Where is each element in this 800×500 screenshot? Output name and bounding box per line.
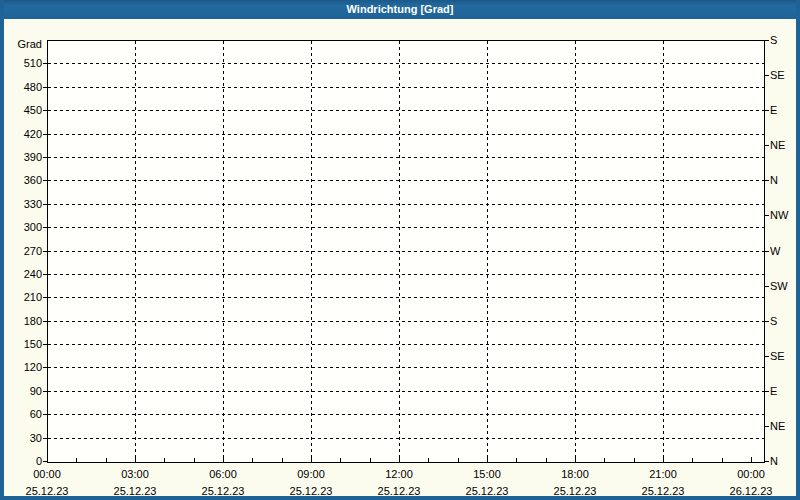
- x-major-tick: [751, 457, 752, 462]
- x-tick-date-label: 25.12.23: [17, 485, 77, 497]
- y-right-tick-label: E: [770, 104, 777, 116]
- x-minor-tick: [252, 458, 253, 462]
- y-left-tick-label: 360: [8, 174, 42, 186]
- y-left-tick-label: 510: [8, 57, 42, 69]
- x-major-tick: [399, 457, 400, 462]
- v-gridline: [135, 41, 136, 462]
- h-gridline: [48, 438, 764, 439]
- x-minor-tick: [106, 458, 107, 462]
- y-right-tick-label: NE: [770, 139, 785, 151]
- y-left-tick-label: 270: [8, 245, 42, 257]
- x-minor-tick: [458, 458, 459, 462]
- y-right-tick-label: S: [770, 315, 777, 327]
- x-tick-date-label: 25.12.23: [193, 485, 253, 497]
- h-gridline: [48, 297, 764, 298]
- x-tick-date-label: 26.12.23: [721, 485, 781, 497]
- x-major-tick: [135, 457, 136, 462]
- y-left-tick: [43, 274, 47, 275]
- y-left-tick-label: 330: [8, 198, 42, 210]
- x-tick-date-label: 25.12.23: [281, 485, 341, 497]
- x-tick-time-label: 18:00: [545, 468, 605, 480]
- y-left-tick-label: 300: [8, 221, 42, 233]
- chart-window: Windrichtung [Grad] 03060901201501802102…: [0, 0, 800, 500]
- y-left-tick-label: 150: [8, 338, 42, 350]
- x-minor-tick: [164, 458, 165, 462]
- title-bar: Windrichtung [Grad]: [0, 0, 800, 19]
- x-minor-tick: [604, 458, 605, 462]
- x-minor-tick: [634, 458, 635, 462]
- y-left-tick: [43, 134, 47, 135]
- x-tick-time-label: 03:00: [105, 468, 165, 480]
- y-right-tick-label: SW: [770, 280, 788, 292]
- h-gridline: [48, 391, 764, 392]
- h-gridline: [48, 274, 764, 275]
- y-left-tick: [43, 438, 47, 439]
- y-right-tick: [765, 286, 769, 287]
- y-left-tick: [43, 110, 47, 111]
- x-tick-time-label: 00:00: [17, 468, 77, 480]
- y-right-tick-label: N: [770, 174, 778, 186]
- x-major-tick: [311, 457, 312, 462]
- x-tick-date-label: 25.12.23: [105, 485, 165, 497]
- v-gridline: [487, 41, 488, 462]
- y-right-tick: [765, 461, 769, 462]
- y-left-tick: [43, 157, 47, 158]
- x-tick-date-label: 25.12.23: [633, 485, 693, 497]
- y-left-tick: [43, 87, 47, 88]
- h-gridline: [48, 204, 764, 205]
- x-tick-time-label: 06:00: [193, 468, 253, 480]
- x-minor-tick: [546, 458, 547, 462]
- y-left-tick: [43, 321, 47, 322]
- x-minor-tick: [516, 458, 517, 462]
- x-major-tick: [223, 457, 224, 462]
- h-gridline: [48, 180, 764, 181]
- y-right-tick: [765, 426, 769, 427]
- x-minor-tick: [722, 458, 723, 462]
- x-tick-time-label: 00:00: [721, 468, 781, 480]
- y-right-tick: [765, 356, 769, 357]
- v-gridline: [311, 41, 312, 462]
- y-right-tick-label: SE: [770, 69, 785, 81]
- y-right-tick: [765, 145, 769, 146]
- y-right-tick: [765, 215, 769, 216]
- h-gridline: [48, 110, 764, 111]
- h-gridline: [48, 414, 764, 415]
- h-gridline: [48, 344, 764, 345]
- y-right-tick-label: NE: [770, 420, 785, 432]
- x-major-tick: [663, 457, 664, 462]
- y-left-tick-label: 240: [8, 268, 42, 280]
- y-left-tick-label: 90: [8, 385, 42, 397]
- y-right-tick: [765, 110, 769, 111]
- x-minor-tick: [692, 458, 693, 462]
- x-major-tick: [487, 457, 488, 462]
- h-gridline: [48, 157, 764, 158]
- y-left-tick: [43, 227, 47, 228]
- y-axis-unit-label: Grad: [8, 38, 42, 50]
- y-right-tick-label: S: [770, 34, 777, 46]
- x-major-tick: [575, 457, 576, 462]
- h-gridline: [48, 227, 764, 228]
- h-gridline: [48, 367, 764, 368]
- chart-title: Windrichtung [Grad]: [347, 3, 454, 15]
- v-gridline: [575, 41, 576, 462]
- y-left-tick: [43, 180, 47, 181]
- h-gridline: [48, 251, 764, 252]
- y-left-tick-label: 180: [8, 315, 42, 327]
- y-left-tick-label: 0: [8, 455, 42, 467]
- y-left-tick: [43, 414, 47, 415]
- y-left-tick: [43, 251, 47, 252]
- y-left-tick-label: 480: [8, 81, 42, 93]
- y-right-tick: [765, 321, 769, 322]
- y-left-tick-label: 210: [8, 291, 42, 303]
- y-left-tick-label: 60: [8, 408, 42, 420]
- y-right-tick-label: SE: [770, 350, 785, 362]
- h-gridline: [48, 134, 764, 135]
- y-right-tick-label: W: [770, 245, 780, 257]
- v-gridline: [399, 41, 400, 462]
- x-minor-tick: [428, 458, 429, 462]
- y-left-tick-label: 420: [8, 128, 42, 140]
- x-tick-time-label: 09:00: [281, 468, 341, 480]
- y-right-tick: [765, 180, 769, 181]
- x-minor-tick: [194, 458, 195, 462]
- x-tick-time-label: 15:00: [457, 468, 517, 480]
